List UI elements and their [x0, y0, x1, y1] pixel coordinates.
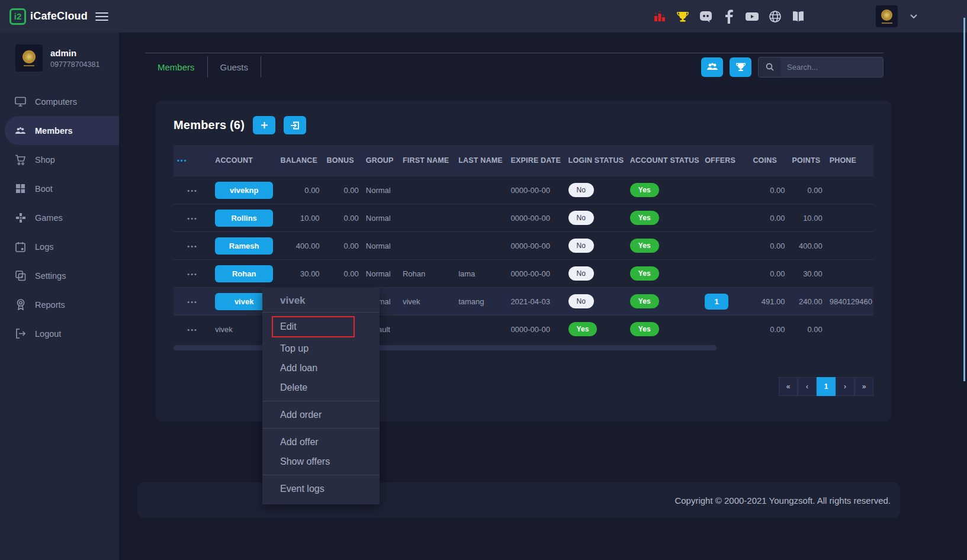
- login-status-badge: Yes: [568, 322, 597, 336]
- member-row: •••Rohan30.000.00NormalRohanlama0000-00-…: [174, 260, 873, 288]
- globe-icon[interactable]: [768, 9, 782, 24]
- cell-account: Rollins: [211, 204, 277, 232]
- page-button[interactable]: ›: [836, 377, 854, 396]
- menu-item-add-offer[interactable]: Add offer: [262, 432, 380, 452]
- login-status-badge: No: [568, 183, 594, 197]
- sidebar-item-shop[interactable]: Shop: [0, 145, 119, 174]
- row-actions-button[interactable]: •••: [187, 326, 198, 333]
- add-member-button[interactable]: [253, 116, 275, 134]
- account-status-badge: Yes: [630, 294, 659, 308]
- sidebar-item-boot[interactable]: Boot: [0, 174, 119, 203]
- chevron-down-icon[interactable]: [907, 9, 921, 24]
- cell-first_name: [399, 232, 455, 260]
- sidebar-item-label: Members: [35, 126, 73, 136]
- user-avatar[interactable]: [876, 5, 898, 27]
- trophy-view-button[interactable]: [730, 57, 751, 77]
- sidebar-item-label: Logs: [35, 242, 53, 252]
- menu-item-event-logs[interactable]: Event logs: [262, 479, 380, 498]
- sidebar-item-label: Shop: [35, 155, 55, 165]
- topbar: i2 iCafeCloud: [0, 0, 967, 33]
- cell-login_status: Yes: [565, 316, 627, 343]
- menu-item-edit[interactable]: Edit: [272, 316, 355, 337]
- cell-group: Normal: [362, 176, 399, 204]
- column-header-expire_date: EXPIRE DATE: [507, 145, 564, 176]
- account-button[interactable]: viveknp: [215, 182, 273, 199]
- sidebar-item-members[interactable]: Members: [5, 116, 119, 145]
- youtube-icon[interactable]: [745, 9, 759, 24]
- login-status-badge: No: [568, 211, 594, 225]
- ranking-icon[interactable]: [653, 9, 667, 24]
- search-icon: [759, 57, 781, 77]
- horizontal-scrollbar[interactable]: [174, 345, 717, 350]
- row-actions-button[interactable]: •••: [187, 271, 198, 278]
- cell-expire_date: 2021-04-03: [507, 288, 564, 316]
- discord-icon[interactable]: [699, 9, 713, 24]
- cell-points: 400.00: [789, 232, 826, 260]
- account-button[interactable]: Rohan: [215, 265, 273, 282]
- cell-bonus: 0.00: [323, 232, 362, 260]
- menu-group: Add offerShow offers: [262, 429, 380, 475]
- cell-expire_date: 0000-00-00: [507, 176, 564, 204]
- cell-expire_date: 0000-00-00: [507, 260, 564, 288]
- menu-group: EditTop upAdd loanDelete: [262, 313, 380, 401]
- cell-coins: 0.00: [749, 316, 788, 343]
- cell-offers: [701, 316, 749, 343]
- member-row: •••Rollins10.000.00Normal0000-00-00NoYes…: [174, 204, 873, 232]
- copyright-text: Copyright © 2000-2021 Youngzsoft. All ri…: [674, 495, 891, 506]
- page-button[interactable]: ‹: [798, 377, 817, 396]
- menu-item-add-order[interactable]: Add order: [262, 405, 380, 424]
- vertical-scrollbar[interactable]: [963, 18, 965, 381]
- logout-icon: [15, 328, 26, 339]
- row-actions-button[interactable]: •••: [187, 298, 198, 305]
- main-content: MembersGuests: [119, 33, 967, 560]
- cell-bonus: 0.00: [323, 204, 362, 232]
- column-header-last_name: LAST NAME: [455, 145, 507, 176]
- member-context-menu: vivek EditTop upAdd loanDeleteAdd orderA…: [262, 288, 380, 504]
- cell-balance: 10.00: [277, 204, 323, 232]
- sidebar-item-label: Reports: [35, 300, 65, 310]
- avatar-emblem-icon: [881, 9, 892, 21]
- menu-item-add-loan[interactable]: Add loan: [262, 358, 380, 378]
- account-button[interactable]: Rollins: [215, 210, 273, 227]
- page-button-current[interactable]: 1: [817, 377, 836, 396]
- row-actions-button[interactable]: •••: [187, 215, 198, 222]
- cell-first_name: vivek: [399, 288, 455, 316]
- sidebar-item-label: Logout: [35, 329, 61, 339]
- tabsbar: MembersGuests: [145, 53, 884, 81]
- menu-item-show-offers[interactable]: Show offers: [262, 452, 380, 471]
- brand-logo[interactable]: i2 iCafeCloud: [9, 8, 88, 25]
- trophy-icon[interactable]: [676, 9, 690, 24]
- row-actions-button[interactable]: •••: [187, 187, 198, 194]
- page-button[interactable]: »: [854, 377, 873, 396]
- sidebar-item-reports[interactable]: Reports: [0, 290, 119, 319]
- sidebar-item-computers[interactable]: Computers: [0, 87, 119, 116]
- menu-item-delete[interactable]: Delete: [262, 378, 380, 397]
- tab-members[interactable]: Members: [145, 56, 208, 78]
- cell-bonus: 0.00: [323, 176, 362, 204]
- facebook-icon[interactable]: [722, 9, 736, 24]
- column-header-bonus: BONUS: [323, 145, 362, 176]
- sidebar-item-label: Settings: [35, 271, 66, 281]
- sidebar-item-logout[interactable]: Logout: [0, 319, 119, 348]
- search-input[interactable]: [781, 63, 883, 72]
- computers-icon: [15, 96, 26, 107]
- cell-points: 30.00: [789, 260, 826, 288]
- row-actions-button[interactable]: •••: [187, 243, 198, 250]
- sidebar: admin 097778704381 ComputersMembersShopB…: [0, 33, 119, 560]
- menu-item-top-up[interactable]: Top up: [262, 339, 380, 358]
- book-icon[interactable]: [791, 9, 805, 24]
- hamburger-menu-icon[interactable]: [95, 10, 108, 23]
- sidebar-item-logs[interactable]: Logs: [0, 232, 119, 261]
- tab-guests[interactable]: Guests: [208, 56, 262, 78]
- members-view-button[interactable]: [701, 57, 723, 77]
- sidebar-item-games[interactable]: Games: [0, 203, 119, 232]
- cell-first_name: [399, 176, 455, 204]
- cell-expire_date: 0000-00-00: [507, 204, 564, 232]
- export-members-button[interactable]: [284, 116, 306, 134]
- account-button[interactable]: Ramesh: [215, 237, 273, 255]
- sidebar-item-settings[interactable]: Settings: [0, 261, 119, 290]
- offers-count-button[interactable]: 1: [705, 294, 728, 310]
- cell-phone: [826, 176, 873, 204]
- cell-phone: 9840129460: [826, 288, 873, 316]
- page-button[interactable]: «: [779, 377, 798, 396]
